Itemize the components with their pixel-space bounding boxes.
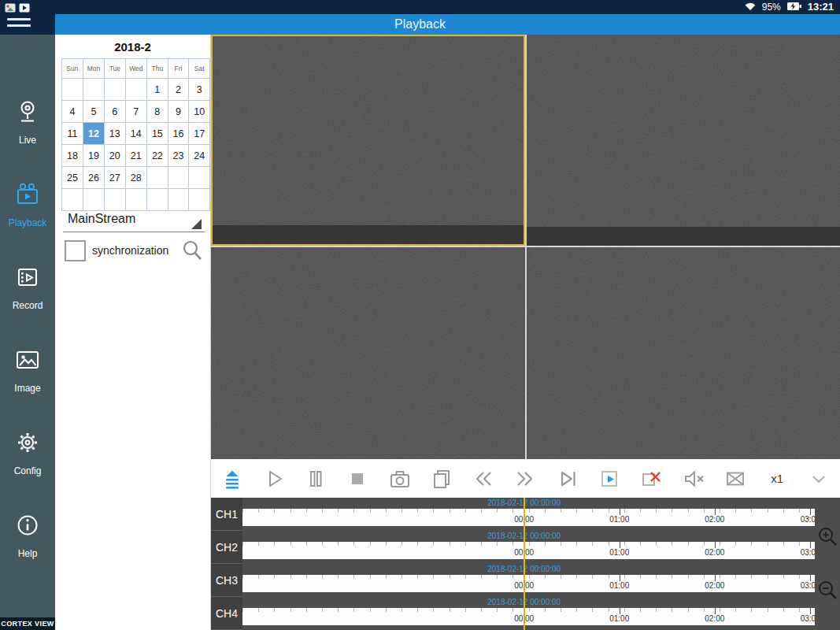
calendar-day-cell [125, 79, 146, 101]
calendar-day-cell[interactable]: 2 [168, 79, 189, 101]
notification-photo-icon [5, 2, 16, 16]
stream-selector[interactable]: MainStream [63, 209, 205, 232]
ruler-hour-label: 03:00 [801, 548, 815, 557]
calendar-day-cell[interactable]: 9 [168, 101, 189, 123]
rewind-button[interactable] [463, 459, 505, 498]
calendar-day-cell[interactable]: 23 [168, 145, 189, 167]
calendar-day-cell[interactable]: 4 [62, 101, 83, 123]
timeline-zoom-column [815, 498, 840, 630]
timeline-row: CH12018-02-12 00:00:0000:0001:0002:0003:… [211, 498, 840, 531]
timeline-ruler[interactable]: 00:0001:0002:0003:00 [242, 509, 815, 526]
ruler-hour-tick [715, 542, 716, 548]
calendar-day-cell[interactable]: 19 [83, 145, 104, 167]
calendar-day-cell[interactable]: 6 [104, 101, 125, 123]
calendar-day-cell[interactable]: 7 [125, 101, 146, 123]
video-pane-3[interactable] [211, 247, 525, 459]
calendar-day-cell[interactable]: 16 [168, 123, 189, 145]
pause-button[interactable] [295, 459, 337, 498]
calendar-day-cell[interactable]: 1 [146, 79, 168, 101]
synchronization-checkbox[interactable] [65, 240, 86, 261]
calendar-day-cell[interactable]: 11 [62, 123, 83, 145]
calendar-day-cell[interactable]: 3 [189, 79, 210, 101]
sidebar-item-live[interactable]: Live [0, 87, 55, 156]
calendar-day-cell[interactable]: 18 [62, 145, 83, 167]
close-red-x-icon [640, 468, 662, 490]
snapshot-button[interactable] [379, 459, 420, 498]
menu-bar-line [7, 18, 31, 20]
speed-label: x1 [771, 472, 783, 485]
timeline-ruler[interactable]: 00:0001:0002:0003:00 [242, 575, 815, 592]
ruler-hour-tick [620, 509, 620, 515]
ruler-hour-label: 02:00 [705, 515, 724, 524]
timeline-ruler[interactable]: 00:0001:0002:0003:00 [242, 542, 815, 559]
calendar-day-cell[interactable]: 13 [104, 123, 125, 145]
mute-button[interactable] [672, 459, 714, 498]
menu-button[interactable] [7, 18, 31, 31]
calendar-day-header: Sun [62, 59, 83, 79]
video-pane-4[interactable] [527, 247, 840, 459]
calendar-day-cell[interactable]: 14 [125, 123, 146, 145]
notification-icons [5, 2, 30, 16]
sidebar-item-record[interactable]: Record [0, 252, 55, 321]
calendar-day-cell[interactable]: 20 [104, 145, 125, 167]
zoom-out-button[interactable] [817, 580, 838, 601]
calendar-day-cell[interactable]: 15 [146, 123, 168, 145]
playback-speed-button[interactable]: x1 [756, 459, 797, 498]
next-frame-icon [557, 468, 579, 490]
calendar-panel: 2018-2 SunMonTueWedThuFriSat123456789101… [55, 35, 211, 630]
calendar-day-cell[interactable]: 17 [189, 123, 210, 145]
stop-button[interactable] [337, 459, 379, 498]
sidebar-item-image[interactable]: Image [0, 335, 55, 404]
timeline-panel: CH12018-02-12 00:00:0000:0001:0002:0003:… [211, 498, 840, 630]
calendar-day-cell[interactable]: 22 [146, 145, 168, 167]
calendar-day-header: Thu [146, 59, 168, 79]
sidebar-item-help[interactable]: Help [0, 500, 55, 569]
storage-eject-button[interactable] [211, 459, 253, 498]
timeline-ruler[interactable]: 00:0001:0002:0003:00 [242, 608, 815, 625]
video-pane-1-selected[interactable] [211, 35, 525, 246]
calendar-day-cell[interactable]: 12 [83, 123, 104, 145]
calendar-day-cell[interactable]: 5 [83, 101, 104, 123]
page-title: Playback [394, 17, 446, 32]
playhead-cursor[interactable] [524, 498, 525, 630]
ruler-hour-label: 01:00 [609, 581, 629, 590]
play-button[interactable] [253, 459, 294, 498]
calendar-day-cell[interactable]: 10 [189, 101, 210, 123]
dropdown-caret-icon [191, 219, 202, 229]
collapse-controls-button[interactable] [798, 459, 840, 498]
stream-selector-value: MainStream [68, 212, 135, 226]
calendar-day-cell [168, 167, 189, 189]
zoom-in-button[interactable] [817, 526, 838, 547]
clip-copy-icon [431, 468, 453, 490]
calendar-table: SunMonTueWedThuFriSat1234567891011121314… [61, 58, 210, 211]
sidebar-item-playback[interactable]: Playback [0, 169, 55, 239]
title-bar: Playback [0, 14, 840, 35]
play-icon [263, 468, 285, 490]
search-button[interactable] [179, 238, 205, 263]
brand-label: CORTEX VIEW [0, 617, 55, 630]
fast-forward-button[interactable] [505, 459, 546, 498]
wifi-icon [744, 0, 757, 14]
next-frame-button[interactable] [546, 459, 588, 498]
single-frame-play-button[interactable] [588, 459, 630, 498]
video-pane-2[interactable] [527, 35, 840, 246]
record-clip-button[interactable] [420, 459, 462, 498]
calendar-day-cell[interactable]: 27 [104, 167, 125, 189]
calendar-day-cell[interactable]: 28 [125, 167, 146, 189]
calendar-day-cell[interactable]: 21 [125, 145, 146, 167]
sidebar-item-label: Image [14, 383, 40, 394]
sidebar-item-label: Live [19, 135, 36, 146]
app-screen: 95% 13:21 Playback [0, 0, 840, 630]
calendar-day-cell[interactable]: 26 [83, 167, 104, 189]
calendar-day-cell[interactable]: 24 [189, 145, 210, 167]
fullscreen-stretch-button[interactable] [714, 459, 756, 498]
video-osd-bar [527, 227, 840, 246]
calendar-day-cell[interactable]: 25 [62, 167, 83, 189]
sidebar-item-config[interactable]: Config [0, 417, 55, 487]
channel-label: CH1 [211, 498, 242, 531]
calendar-day-cell [62, 189, 83, 211]
storage-eject-icon [221, 468, 243, 490]
close-channel-button[interactable] [631, 459, 672, 498]
ruler-hour-label: 02:00 [705, 581, 724, 590]
calendar-day-cell[interactable]: 8 [146, 101, 168, 123]
